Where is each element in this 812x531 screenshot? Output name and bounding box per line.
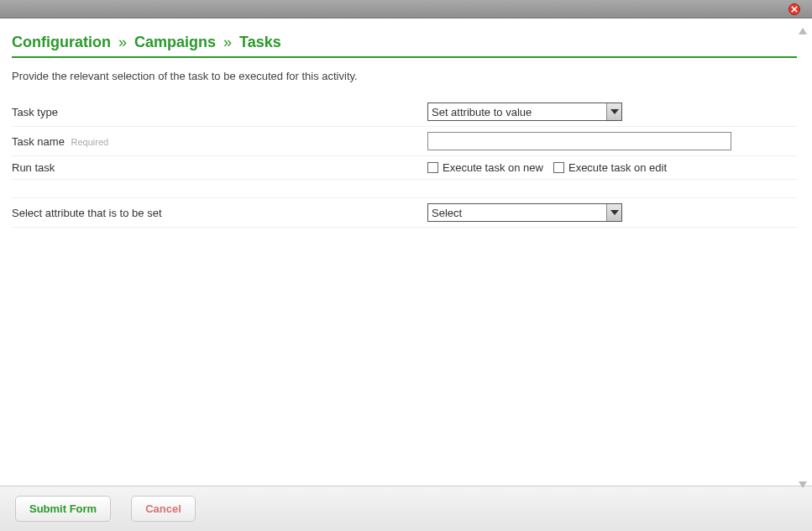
- select-attribute[interactable]: Select: [427, 203, 622, 222]
- breadcrumb: Configuration » Campaigns » Tasks: [12, 34, 797, 58]
- label-task-name-text: Task name: [12, 135, 65, 148]
- checkbox-label: Execute task on new: [443, 161, 543, 174]
- checkbox-execute-edit[interactable]: Execute task on edit: [553, 161, 667, 174]
- row-task-name: Task name Required: [12, 127, 797, 156]
- spacer: [12, 180, 797, 198]
- required-hint: Required: [71, 137, 109, 147]
- breadcrumb-part: Campaigns: [134, 34, 216, 50]
- breadcrumb-part: Configuration: [12, 34, 111, 50]
- close-button[interactable]: [788, 3, 800, 15]
- label-run-task: Run task: [12, 161, 427, 174]
- close-icon: [791, 6, 798, 13]
- select-task-type[interactable]: Set attribute to value: [427, 103, 622, 121]
- instruction-text: Provide the relevant selection of the ta…: [12, 70, 797, 82]
- breadcrumb-sep: »: [118, 34, 127, 50]
- button-bar: Submit Form Cancel: [0, 486, 812, 531]
- input-task-name[interactable]: [427, 132, 731, 150]
- label-select-attribute: Select attribute that is to be set: [12, 207, 427, 219]
- checkbox-box: [553, 162, 564, 173]
- submit-button[interactable]: Submit Form: [15, 496, 111, 522]
- checkbox-label: Execute task on edit: [568, 161, 667, 174]
- dialog-titlebar: [0, 0, 812, 18]
- label-task-name: Task name Required: [12, 135, 427, 148]
- cancel-button[interactable]: Cancel: [131, 496, 196, 522]
- select-task-type-value: Set attribute to value: [432, 106, 532, 118]
- chevron-down-icon: [606, 204, 621, 221]
- dialog-content: Configuration » Campaigns » Tasks Provid…: [0, 18, 812, 486]
- row-select-attribute: Select attribute that is to be set Selec…: [12, 198, 797, 228]
- checkbox-box: [427, 162, 438, 173]
- row-run-task: Run task Execute task on new Execute tas…: [12, 156, 797, 180]
- breadcrumb-sep: »: [223, 34, 232, 50]
- scroll-down-icon[interactable]: [799, 479, 807, 491]
- row-task-type: Task type Set attribute to value: [12, 97, 797, 127]
- checkbox-execute-new[interactable]: Execute task on new: [427, 161, 543, 174]
- chevron-down-icon: [606, 103, 621, 120]
- select-attribute-value: Select: [432, 207, 462, 219]
- breadcrumb-part: Tasks: [239, 34, 281, 50]
- label-task-type: Task type: [12, 106, 427, 118]
- scroll-up-icon[interactable]: [799, 25, 807, 37]
